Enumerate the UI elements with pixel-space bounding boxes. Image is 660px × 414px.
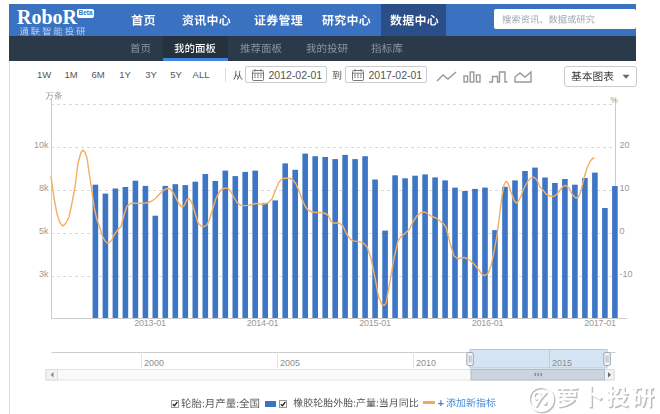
svg-text:2010: 2010 [416,358,436,368]
svg-text:2005: 2005 [280,358,300,368]
svg-text:2015: 2015 [552,358,572,368]
svg-text:2000: 2000 [144,358,164,368]
